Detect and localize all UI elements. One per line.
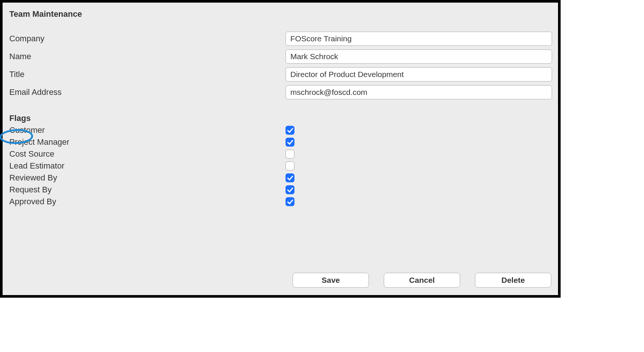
field-row-title: Title	[9, 67, 552, 81]
field-row-email: Email Address	[9, 85, 552, 99]
flag-checkbox-approved-by[interactable]	[286, 197, 294, 206]
flag-label: Lead Estimator	[9, 161, 286, 171]
flag-checkbox-request-by[interactable]	[286, 185, 294, 194]
delete-button[interactable]: Delete	[475, 273, 551, 288]
email-input[interactable]	[286, 85, 552, 99]
company-input[interactable]	[286, 32, 552, 46]
flag-row-project-manager: Project Manager	[9, 137, 552, 147]
flag-checkbox-lead-estimator[interactable]	[286, 161, 294, 170]
flag-row-lead-estimator: Lead Estimator	[9, 161, 552, 171]
field-row-name: Name	[9, 49, 552, 64]
flag-row-request-by: Request By	[9, 185, 552, 195]
name-input[interactable]	[286, 49, 552, 64]
flag-row-approved-by: Approved By	[9, 197, 552, 207]
flag-label: Cost Source	[9, 149, 286, 159]
flag-label: Request By	[9, 185, 286, 195]
flags-heading: Flags	[9, 113, 31, 123]
field-row-company: Company	[9, 32, 552, 46]
flag-checkbox-cost-source[interactable]	[286, 150, 294, 159]
flag-checkbox-reviewed-by[interactable]	[286, 173, 294, 182]
flag-label: Approved By	[9, 197, 286, 207]
button-bar: Save Cancel Delete	[293, 273, 551, 288]
title-input[interactable]	[286, 67, 552, 81]
flag-label: Project Manager	[9, 137, 286, 147]
flag-label: Reviewed By	[9, 173, 286, 183]
flags-list: Customer Project Manager Cost Source Lea…	[9, 125, 552, 207]
email-label: Email Address	[9, 87, 286, 97]
cancel-button[interactable]: Cancel	[384, 273, 460, 288]
company-label: Company	[9, 34, 286, 44]
flag-label: Customer	[9, 125, 286, 135]
team-maintenance-panel: Team Maintenance Company Name Title Emai…	[0, 0, 561, 298]
flag-row-reviewed-by: Reviewed By	[9, 173, 552, 183]
page-title: Team Maintenance	[9, 9, 552, 19]
save-button[interactable]: Save	[293, 273, 369, 288]
flag-checkbox-project-manager[interactable]	[286, 138, 294, 147]
title-label: Title	[9, 70, 286, 79]
name-label: Name	[9, 52, 286, 61]
flag-row-cost-source: Cost Source	[9, 149, 552, 159]
flag-checkbox-customer[interactable]	[286, 126, 294, 135]
flag-row-customer: Customer	[9, 125, 552, 135]
